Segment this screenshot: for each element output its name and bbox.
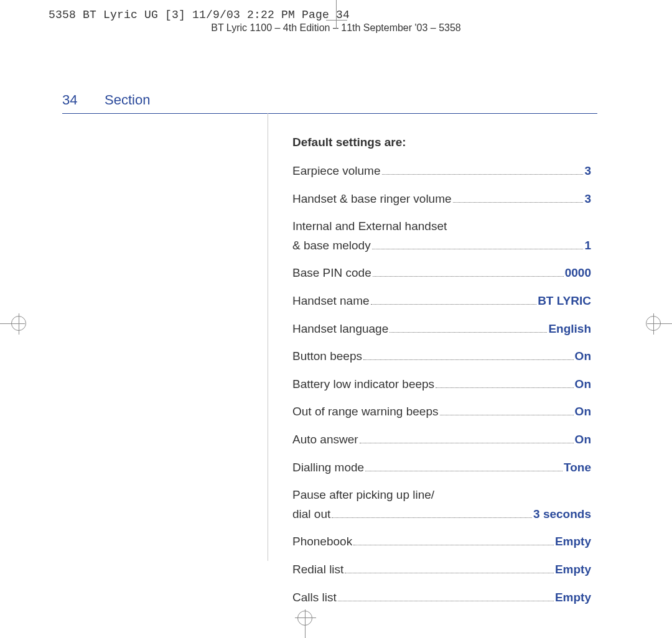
setting-row: Earpiece volume 3 [292, 163, 591, 180]
setting-value: On [575, 404, 591, 420]
setting-row: Internal and External handset & base mel… [292, 218, 591, 254]
setting-value: On [575, 432, 591, 448]
setting-label: Calls list [292, 589, 337, 606]
setting-value: 0000 [565, 265, 591, 282]
setting-value: Tone [564, 460, 591, 476]
setting-label: Handset language [292, 321, 388, 338]
leader-dots [436, 376, 573, 388]
page-number: 34 [62, 92, 77, 108]
leader-dots [390, 321, 547, 333]
setting-row: Handset & base ringer volume 3 [292, 191, 591, 208]
leader-dots [440, 404, 574, 415]
section-title: Section [105, 92, 150, 108]
setting-label: Handset name [292, 293, 370, 310]
setting-row: Base PIN code 0000 [292, 265, 591, 282]
setting-value: On [575, 376, 591, 393]
setting-label: Button beeps [292, 348, 362, 365]
setting-value: 1 [584, 238, 591, 254]
setting-row: Handset language English [292, 321, 591, 338]
leader-dots [372, 238, 584, 249]
setting-row: Auto answer On [292, 432, 591, 448]
leader-dots [371, 293, 537, 305]
setting-row: Button beeps On [292, 348, 591, 365]
setting-label-line2: & base melody [292, 238, 371, 254]
leader-dots [363, 348, 574, 360]
setting-value: Empty [555, 589, 591, 606]
content-column: Default settings are: Earpiece volume 3 … [292, 136, 591, 617]
setting-label: Auto answer [292, 432, 358, 448]
setting-label: Battery low indicator beeps [292, 376, 434, 393]
document-page: 5358 BT Lyric UG [3] 11/9/03 2:22 PM Pag… [0, 0, 672, 638]
setting-row: Phonebook Empty [292, 534, 591, 550]
horizontal-rule [62, 113, 597, 114]
crop-mark-top [326, 20, 347, 21]
setting-value: English [548, 321, 591, 338]
setting-label-line1: Internal and External handset [292, 218, 591, 235]
setting-row: Redial list Empty [292, 562, 591, 578]
setting-row: Battery low indicator beeps On [292, 376, 591, 393]
registration-circle-right [646, 316, 661, 331]
setting-value: 3 seconds [533, 506, 591, 523]
setting-value: Empty [555, 562, 591, 578]
setting-row: Handset name BT LYRIC [292, 293, 591, 310]
setting-value: BT LYRIC [538, 293, 591, 310]
setting-label-line2: dial out [292, 506, 330, 523]
setting-label: Base PIN code [292, 265, 371, 282]
setting-value: 3 [584, 163, 591, 180]
setting-label: Phonebook [292, 534, 352, 550]
setting-label: Earpiece volume [292, 163, 381, 180]
setting-label-line1: Pause after picking up line/ [292, 487, 591, 504]
vertical-rule [268, 113, 268, 561]
setting-row: Pause after picking up line/ dial out 3 … [292, 487, 591, 522]
setting-row: Calls list Empty [292, 589, 591, 606]
leader-dots [365, 460, 562, 471]
leader-dots [360, 432, 574, 443]
leader-dots [373, 265, 564, 277]
setting-label: Dialling mode [292, 460, 364, 476]
leader-dots [338, 589, 554, 601]
settings-heading: Default settings are: [292, 136, 591, 149]
setting-value: Empty [555, 534, 591, 550]
setting-label: Handset & base ringer volume [292, 191, 452, 208]
setting-label: Out of range warning beeps [292, 404, 439, 420]
setting-value: On [575, 348, 591, 365]
leader-dots [382, 163, 584, 175]
setting-value: 3 [584, 191, 591, 208]
print-job-tag: 5358 BT Lyric UG [3] 11/9/03 2:22 PM Pag… [49, 9, 350, 21]
crop-mark-top [336, 0, 337, 29]
setting-row: Dialling mode Tone [292, 460, 591, 476]
leader-dots [332, 506, 532, 518]
leader-dots [353, 534, 554, 545]
leader-dots [345, 562, 554, 573]
setting-row: Out of range warning beeps On [292, 404, 591, 420]
setting-label: Redial list [292, 562, 343, 578]
registration-circle-left [11, 316, 26, 331]
leader-dots [453, 191, 584, 203]
